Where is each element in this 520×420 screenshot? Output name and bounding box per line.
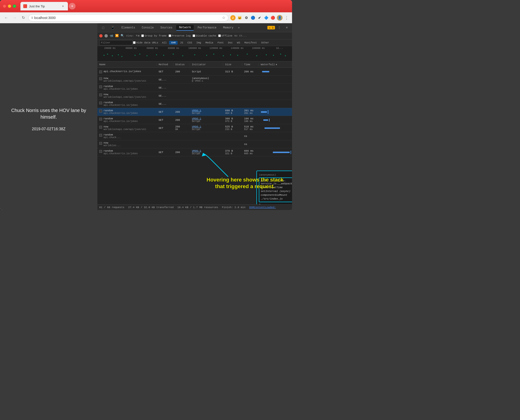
timeline-labels: 20000 ms 40000 ms 60000 ms 80000 ms 1000…	[97, 46, 292, 51]
table-row[interactable]: random api.chucknorris.io/jokes GET 200 …	[97, 148, 292, 156]
td-initiator	[190, 136, 223, 137]
tab-console[interactable]: Console	[139, 25, 156, 30]
filter-css[interactable]: CSS	[185, 41, 194, 45]
list-view-icon[interactable]: ≡	[136, 34, 138, 37]
ext-icon-7[interactable]: 🔴	[270, 15, 275, 20]
tab-performance[interactable]: Performance	[195, 25, 219, 30]
row-checkbox[interactable]	[99, 134, 102, 137]
forward-button[interactable]: →	[11, 15, 18, 21]
table-header: Name Method Status Initiator Size Time W…	[97, 61, 292, 68]
stop-button[interactable]	[105, 34, 108, 38]
stack-func-5: ./src/index.js	[261, 197, 283, 200]
filter-xhr[interactable]: XHR	[169, 41, 178, 45]
devtools-close[interactable]: ×	[283, 24, 290, 31]
new-tab-button[interactable]: +	[69, 3, 76, 9]
warning-badge[interactable]: ⚠ 1	[267, 26, 275, 30]
hide-data-urls[interactable]: Hide data URLs	[133, 41, 158, 44]
close-tab-button[interactable]: ×	[61, 4, 65, 8]
td-initiator	[190, 87, 223, 88]
record-button[interactable]	[99, 34, 103, 38]
row-checkbox[interactable]	[99, 85, 102, 88]
dom-content-loaded[interactable]: DOMContentLoaded:	[249, 206, 276, 209]
filter-other[interactable]: Other	[259, 41, 271, 45]
address-bar[interactable]: ℹ localhost:3000 ☆	[29, 14, 229, 21]
table-row[interactable]: now worldclockapi.com/api/json/utc GE...	[97, 92, 292, 100]
filter-all[interactable]: All	[160, 41, 168, 45]
name-sub: api.chucknorris.io/jokes	[104, 104, 138, 106]
timeline-label-8: 160000 ms	[248, 47, 269, 50]
back-button[interactable]: ←	[3, 15, 9, 21]
view-icons: ≡ ⊞	[136, 34, 139, 37]
tab-inspector[interactable]: ⬚	[99, 25, 107, 31]
filter-icon[interactable]: 🔽	[115, 34, 119, 38]
grid-view-icon[interactable]: ⊞	[138, 34, 140, 37]
table-row[interactable]: now worldclockapi.com/api/json/utc GE...…	[97, 76, 292, 84]
table-row[interactable]: random api.chuck... ns	[97, 132, 292, 140]
table-row[interactable]: random api.chucknorris.io/jokes GE...	[97, 100, 292, 108]
active-tab[interactable]: 🔴 Just the Tip ×	[20, 2, 68, 10]
devtools-toolbar: ⬚ 📱 Elements Console Sources Network Per…	[97, 23, 292, 32]
th-waterfall[interactable]: Waterfall ▲	[259, 63, 292, 66]
table-row[interactable]: now worldcloc... ns	[97, 140, 292, 148]
group-by-frame-checkbox[interactable]: Group by frame	[141, 34, 167, 37]
table-row[interactable]: random api.chucknorris.io/jokes GET 200 …	[97, 116, 292, 124]
offline-checkbox[interactable]: Offline	[218, 34, 232, 37]
th-initiator: Initiator	[190, 63, 223, 66]
maximize-button[interactable]	[13, 5, 16, 8]
row-checkbox[interactable]	[99, 110, 102, 112]
devtools-settings[interactable]: ⋮	[276, 24, 283, 31]
user-avatar[interactable]: 👤	[277, 15, 283, 21]
row-checkbox[interactable]	[99, 102, 102, 105]
refresh-button[interactable]: ↻	[20, 15, 27, 21]
table-row[interactable]: random api.chucknorris.io/jokes GE...	[97, 84, 292, 92]
initiator-link[interactable]: VM96:1	[192, 150, 201, 152]
tab-elements[interactable]: Elements	[118, 25, 138, 30]
row-checkbox[interactable]	[99, 70, 102, 73]
video-icon[interactable]: 📹	[110, 34, 113, 38]
close-button[interactable]	[3, 5, 6, 8]
ext-icon-3[interactable]: ⚙	[244, 15, 249, 20]
tab-sources[interactable]: Sources	[157, 25, 175, 30]
minimize-button[interactable]	[8, 5, 11, 8]
filter-img[interactable]: Img	[194, 41, 203, 45]
row-checkbox[interactable]	[99, 77, 102, 80]
stack-row-zero: 0 @ time-service.js:5	[259, 203, 292, 204]
ext-icon-6[interactable]: 🔷	[264, 15, 269, 20]
disable-cache-checkbox[interactable]: Disable cache	[192, 34, 216, 37]
tab-memory[interactable]: Memory	[220, 25, 236, 30]
initiator-link[interactable]: VM96:1	[192, 109, 201, 112]
table-row[interactable]: now worldclockapi.com/api/json/utc GET 2…	[97, 124, 292, 132]
ext-icon-4[interactable]: 🔵	[250, 15, 255, 20]
td-waterfall	[259, 79, 292, 80]
td-name: random api.chucknorris.io/jokes	[97, 116, 157, 124]
filter-doc[interactable]: Doc	[226, 41, 235, 45]
filter-font[interactable]: Font	[216, 41, 226, 45]
td-method: GET	[157, 70, 173, 74]
search-icon[interactable]: 🔍	[121, 34, 124, 38]
bookmark-button[interactable]: ☆	[222, 15, 225, 20]
table-row-selected[interactable]: random api.chucknorris.io/jokes GET 200 …	[97, 108, 292, 116]
preserve-log-checkbox[interactable]: Preserve log	[168, 34, 191, 37]
filter-input[interactable]: Filter	[99, 40, 132, 45]
ext-icon-5[interactable]: ✔	[257, 15, 262, 20]
row-checkbox[interactable]	[99, 126, 102, 129]
filter-js[interactable]: JS	[178, 41, 185, 45]
ext-icon-1[interactable]: 2	[230, 15, 236, 20]
row-checkbox[interactable]	[99, 93, 102, 96]
row-checkbox[interactable]	[99, 150, 102, 153]
row-checkbox[interactable]	[99, 118, 102, 120]
filter-manifest[interactable]: Manifest	[242, 41, 259, 45]
ext-icon-2[interactable]: 🐱	[237, 15, 242, 20]
waterfall-bar	[262, 71, 269, 72]
initiator-link[interactable]: VM96:1	[192, 117, 201, 120]
td-status	[173, 79, 190, 80]
table-row[interactable]: api.chucknorris.io/jokes GET 200 Script …	[97, 68, 292, 76]
menu-button[interactable]: ⋮	[284, 15, 289, 20]
row-checkbox[interactable]	[99, 142, 102, 145]
tab-network[interactable]: Network	[176, 25, 194, 31]
filter-media[interactable]: Media	[204, 41, 215, 45]
tab-responsive[interactable]: 📱	[108, 25, 118, 31]
more-tabs-icon[interactable]: »	[238, 26, 240, 29]
filter-ws[interactable]: WS	[235, 41, 242, 45]
initiator-link[interactable]: VM96:1	[192, 125, 201, 128]
